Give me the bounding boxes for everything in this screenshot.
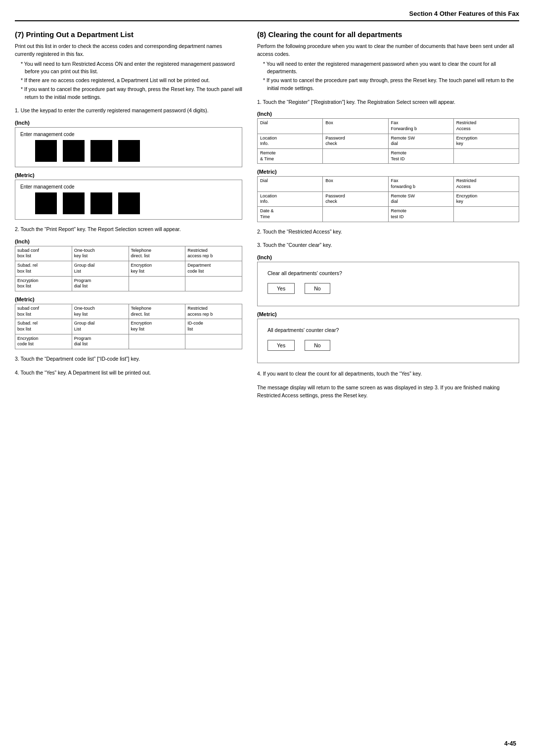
inch-btn-program[interactable]: Programdial list: [72, 277, 129, 291]
inch-reg-empty1: [323, 149, 388, 163]
page-number: 4-45: [504, 740, 516, 747]
inch-btn-restricted[interactable]: Restrictedaccess rep b: [185, 246, 242, 261]
inch-dialog-msg: Clear all departments' counters?: [267, 270, 509, 276]
right-inch-reg-grid: Dial Box FaxForwarding b RestrictedAcces…: [257, 118, 519, 164]
page-header: Section 4 Other Features of this Fax: [15, 10, 519, 21]
left-step2: 2. Touch the “Print Report” key. The Rep…: [15, 226, 242, 234]
metric-reg-remotetestid[interactable]: Remotetest ID: [389, 207, 453, 221]
left-intro: Print out this list in order to check th…: [15, 43, 242, 58]
right-intro: Perform the following procedure when you…: [257, 43, 519, 58]
inch-btn-empty1: [129, 277, 185, 291]
page: Section 4 Other Features of this Fax (7)…: [0, 0, 534, 756]
metric-dialog-msg: All departments' counter clear?: [267, 327, 509, 333]
inch-reg-dial[interactable]: Dial: [258, 119, 322, 133]
left-metric2-label: (Metric): [15, 296, 242, 302]
inch-btn-telephone[interactable]: Telephonedirect. list: [129, 246, 185, 261]
metric-reg-empty2: [454, 207, 519, 221]
metric-reg-encryption[interactable]: Encryptionkey: [454, 192, 519, 206]
password-square-2: [63, 140, 85, 162]
password-square-1: [35, 140, 57, 162]
password-sq-m4: [118, 192, 140, 214]
inch-btn-encryption[interactable]: Encryptionkey list: [129, 261, 185, 276]
inch-reg-box[interactable]: Box: [323, 119, 388, 133]
password-sq-m2: [63, 192, 85, 214]
inch-reg-empty2: [454, 149, 519, 163]
left-step1: 1. Use the keypad to enter the currently…: [15, 107, 242, 115]
right-step4a: 4. If you want to clear the count for al…: [257, 370, 519, 378]
metric-reg-box[interactable]: Box: [323, 177, 388, 191]
metric-reg-restricted[interactable]: RestrictedAccess: [454, 177, 519, 191]
metric-btn-program[interactable]: Programdial list: [72, 334, 129, 349]
left-inch-report-grid: subad confbox list One-touchkey list Tel…: [15, 246, 242, 291]
metric-btn-empty1: [129, 334, 185, 349]
inch-reg-remotetestid[interactable]: RemoteTest ID: [389, 149, 453, 163]
inch-reg-faxfwd[interactable]: FaxForwarding b: [389, 119, 453, 133]
right-bullets: You will need to enter the registered ma…: [263, 60, 519, 93]
inch-btn-subadconf[interactable]: subad confbox list: [15, 246, 72, 261]
right-inch-label: (Inch): [257, 111, 519, 117]
left-inch2-label: (Inch): [15, 238, 242, 244]
metric-reg-password[interactable]: Passwordcheck: [323, 192, 388, 206]
inch-no-button[interactable]: No: [305, 283, 330, 294]
left-bullet-1: You will need to turn Restricted Access …: [21, 60, 242, 76]
metric-reg-faxfwd[interactable]: Faxforwarding b: [389, 177, 453, 191]
metric-yes-button[interactable]: Yes: [267, 340, 295, 351]
password-sq-m3: [90, 192, 112, 214]
metric-btn-empty2: [185, 334, 242, 349]
header-title: Section 4 Other Features of this Fax: [409, 10, 520, 17]
inch-reg-encryption[interactable]: Encryptionkey: [454, 134, 519, 148]
left-inch-label: (Inch): [15, 120, 242, 126]
right-inch-dialog: Clear all departments' counters? Yes No: [257, 262, 519, 306]
left-bullet-2: If there are no access codes registered,…: [21, 77, 242, 85]
inch-btn-empty2: [185, 277, 242, 291]
right-metric-dialog: All departments' counter clear? Yes No: [257, 319, 519, 363]
right-column: (8) Clearing the count for all departmen…: [257, 30, 519, 399]
inch-btn-groupdial[interactable]: Group dialList: [72, 261, 129, 276]
metric-reg-datetime[interactable]: Date &Time: [258, 207, 322, 221]
inch-reg-password[interactable]: Passwordcheck: [323, 134, 388, 148]
metric-no-button[interactable]: No: [305, 340, 330, 351]
left-section-title: (7) Printing Out a Department List: [15, 30, 242, 39]
right-step3: 3. Touch the “Counter clear” key.: [257, 241, 519, 249]
left-metric-box: Enter management code: [15, 180, 242, 220]
inch-btn-department[interactable]: Departmentcode list: [185, 261, 242, 276]
right-bullet-2: If you want to cancel the procedure part…: [263, 77, 519, 93]
metric-reg-remotesw[interactable]: Remote SWdial: [389, 192, 453, 206]
inch-reg-location[interactable]: LocationInfo.: [258, 134, 322, 148]
metric-btn-idcode[interactable]: ID-codelist: [185, 319, 242, 333]
metric-btn-subadrel[interactable]: Subad. relbox list: [15, 319, 72, 333]
inch-reg-remotetime[interactable]: Remote& Time: [258, 149, 322, 163]
metric-btn-restricted[interactable]: Restrictedaccess rep b: [185, 304, 242, 319]
metric-reg-empty1: [323, 207, 388, 221]
metric-reg-location[interactable]: LocationInfo.: [258, 192, 322, 206]
right-inch2-label: (Inch): [257, 254, 519, 260]
left-step3: 3. Touch the “Department code list” [“ID…: [15, 355, 242, 363]
two-column-layout: (7) Printing Out a Department List Print…: [15, 30, 519, 399]
inch-reg-restricted[interactable]: RestrictedAccess: [454, 119, 519, 133]
metric-btn-onetouch[interactable]: One-touchkey list: [72, 304, 129, 319]
left-inch-box: Enter management code: [15, 127, 242, 167]
metric-btn-enccode[interactable]: Encryptioncode list: [15, 334, 72, 349]
left-inch-squares: [35, 140, 237, 162]
left-column: (7) Printing Out a Department List Print…: [15, 30, 242, 399]
left-bullet-3: If you want to cancel the procedure part…: [21, 86, 242, 101]
metric-btn-telephone[interactable]: Telephonedirect. list: [129, 304, 185, 319]
left-metric-label: (Metric): [15, 172, 242, 178]
inch-btn-encbox[interactable]: Encryptionbox list: [15, 277, 72, 291]
inch-reg-remotesw[interactable]: Remote SWdial: [389, 134, 453, 148]
metric-reg-dial[interactable]: Dial: [258, 177, 322, 191]
inch-btn-subadrel[interactable]: Subad. relbox list: [15, 261, 72, 276]
right-step2: 2. Touch the “Restricted Access” key.: [257, 228, 519, 236]
metric-btn-subadconf[interactable]: subad confbox list: [15, 304, 72, 319]
left-inch-box-label: Enter management code: [20, 132, 237, 137]
metric-dialog-buttons: Yes No: [267, 340, 509, 351]
inch-btn-onetouch[interactable]: One-touchkey list: [72, 246, 129, 261]
right-step1: 1. Touch the “Register” [“Registration”]…: [257, 98, 519, 106]
password-square-3: [90, 140, 112, 162]
left-bullets: You will need to turn Restricted Access …: [21, 60, 242, 101]
metric-btn-encryption[interactable]: Encryptionkey list: [129, 319, 185, 333]
inch-yes-button[interactable]: Yes: [267, 283, 295, 294]
right-metric-label: (Metric): [257, 169, 519, 175]
metric-btn-groupdial[interactable]: Group dialList: [72, 319, 129, 333]
left-metric-report-grid: subad confbox list One-touchkey list Tel…: [15, 304, 242, 349]
